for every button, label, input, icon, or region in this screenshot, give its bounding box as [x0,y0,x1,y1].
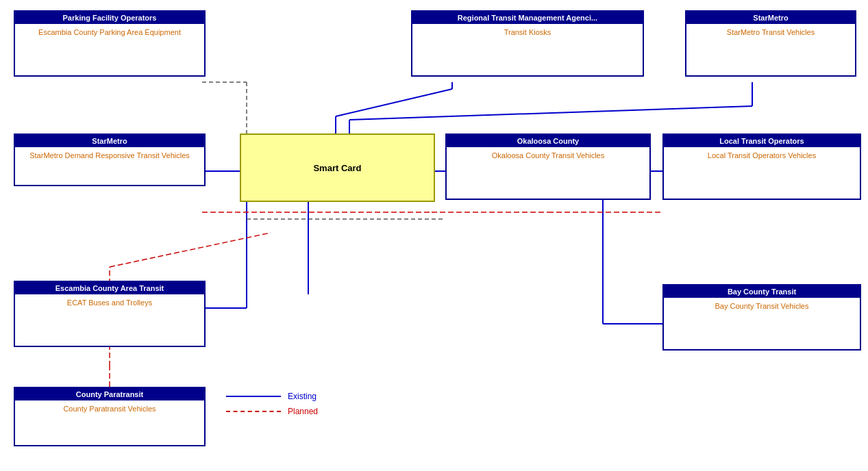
parking-facility-node: Parking Facility Operators Escambia Coun… [14,10,206,77]
starmetro-top-header: StarMetro [686,12,855,24]
regional-transit-node: Regional Transit Management Agenci... Tr… [411,10,644,77]
diagram-container: Parking Facility Operators Escambia Coun… [0,0,868,471]
bay-county-node: Bay County Transit Bay County Transit Ve… [662,284,861,351]
ecat-body: ECAT Buses and Trolleys [15,294,204,311]
svg-line-22 [110,233,271,267]
smart-card-node: Smart Card [240,133,435,202]
county-paratransit-body: County Paratransit Vehicles [15,400,204,418]
starmetro-left-node: StarMetro StarMetro Demand Responsive Tr… [14,133,206,186]
starmetro-left-body: StarMetro Demand Responsive Transit Vehi… [15,147,204,164]
local-transit-body: Local Transit Operators Vehicles [664,147,860,164]
legend-existing: Existing [226,392,318,401]
existing-label: Existing [288,392,317,401]
local-transit-header: Local Transit Operators [664,135,860,147]
parking-facility-body: Escambia County Parking Area Equipment [15,24,204,41]
okaloosa-node: Okaloosa County Okaloosa County Transit … [445,133,651,200]
okaloosa-body: Okaloosa County Transit Vehicles [447,147,649,164]
okaloosa-header: Okaloosa County [447,135,649,147]
bay-county-body: Bay County Transit Vehicles [664,298,860,315]
planned-line-icon [226,411,281,412]
ecat-header: Escambia County Area Transit [15,282,204,294]
starmetro-top-body: StarMetro Transit Vehicles [686,24,855,41]
parking-facility-header: Parking Facility Operators [15,12,204,24]
county-paratransit-header: County Paratransit [15,388,204,400]
regional-transit-header: Regional Transit Management Agenci... [412,12,643,24]
svg-line-3 [336,89,452,116]
existing-line-icon [226,396,281,397]
legend-planned: Planned [226,407,318,416]
bay-county-header: Bay County Transit [664,285,860,298]
smart-card-label: Smart Card [313,163,361,173]
regional-transit-body: Transit Kiosks [412,24,643,41]
ecat-node: Escambia County Area Transit ECAT Buses … [14,281,206,347]
legend: Existing Planned [226,392,318,416]
county-paratransit-node: County Paratransit County Paratransit Ve… [14,387,206,446]
starmetro-left-header: StarMetro [15,135,204,147]
starmetro-top-node: StarMetro StarMetro Transit Vehicles [685,10,856,77]
local-transit-node: Local Transit Operators Local Transit Op… [662,133,861,200]
planned-label: Planned [288,407,318,416]
svg-line-6 [349,106,752,120]
